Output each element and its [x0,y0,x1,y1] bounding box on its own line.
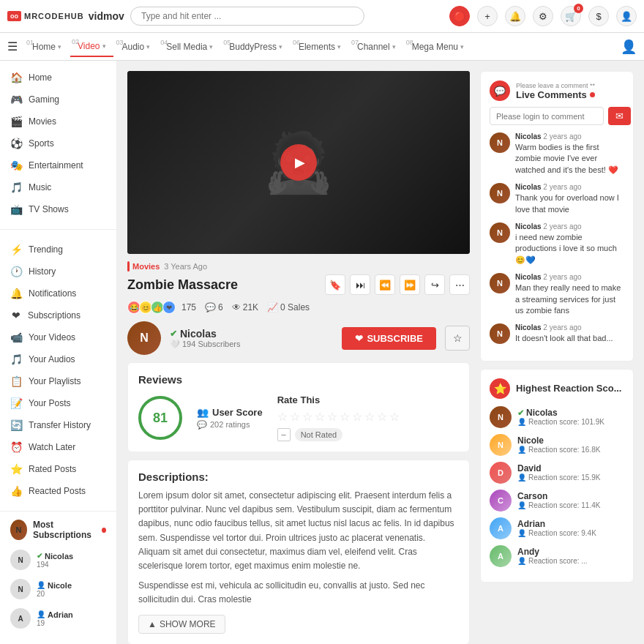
chevron-down-icon: ▾ [209,43,213,50]
sidebar-item-tv-shows[interactable]: 📺 TV Shows [0,198,116,220]
entertainment-icon: 🎭 [10,160,23,171]
reaction-item: A Andy 👤 Reaction score: ... [490,545,624,567]
star-10[interactable]: ☆ [389,410,400,424]
right-sidebar: 💬 Please leave a comment ** Live Comment… [480,71,634,634]
minus-btn[interactable]: − [277,428,291,441]
trending-icon: ⚡ [10,244,23,255]
sidebar-item-music[interactable]: 🎵 Music [0,176,116,198]
sidebar-item-reacted-posts[interactable]: 👍 Reacted Posts [0,480,116,502]
nav-item-audio[interactable]: 03 Audio ▾ [115,37,158,56]
reaction-info: Nicole 👤 Reaction score: 16.8K [517,435,600,454]
chevron-down-icon: ▾ [279,43,282,50]
star-icon-hr: ⭐ [490,378,510,399]
top-bar: oo MRCODEHUB vidmov 🔴 + 🔔 ⚙ 🛒 0 $ 👤 [0,0,644,33]
video-icon: 📹 [10,332,23,343]
history-icon: 🕐 [10,266,23,277]
send-comment-button[interactable]: ✉ [608,107,631,125]
hb-title: Highest Reaction Sco... [516,383,621,394]
settings-btn[interactable]: ⚙ [533,6,553,26]
sidebar-item-your-posts[interactable]: 📝 Your Posts [0,392,116,414]
sidebar-item-your-videos[interactable]: 📹 Your Videos [0,326,116,348]
search-input[interactable] [130,7,364,26]
stars-row[interactable]: ☆ ☆ ☆ ☆ ☆ ☆ ☆ ☆ ☆ ☆ [277,410,459,424]
star-2[interactable]: ☆ [290,410,300,424]
skip-forward-btn[interactable]: ⏭ [350,274,370,295]
star-3[interactable]: ☆ [302,410,312,424]
sidebar-user-nicole[interactable]: N 👤 Nicole 20 [0,574,116,604]
forward-btn[interactable]: ⏩ [400,274,420,295]
sidebar-item-movies[interactable]: 🎬 Movies [0,111,116,132]
sidebar-item-notifications[interactable]: 🔔 Notifications [0,282,116,304]
play-button[interactable] [280,144,317,181]
reaction-item: A Adrian 👤 Reaction score: 9.4K [490,517,624,539]
home-icon: 🏠 [10,72,23,83]
comment-input[interactable] [490,107,604,125]
video-player[interactable]: 🧟 [127,71,470,254]
sidebar-item-watch-later[interactable]: ⏰ Watch Later [0,436,116,458]
channel-info: ✔ Nicolas 🤍 194 Subscribers [170,328,333,349]
lc-title-col: Please leave a comment ** Live Comments [516,82,595,100]
reaction-item: N Nicole 👤 Reaction score: 16.8K [490,434,624,456]
sidebar-item-history[interactable]: 🕐 History [0,261,116,282]
chevron-down-icon: ▾ [102,42,106,50]
star-7[interactable]: ☆ [352,410,362,424]
sidebar-item-entertainment[interactable]: 🎭 Entertainment [0,154,116,176]
nav-item-home[interactable]: 01 Home ▾ [25,37,69,56]
nav-bar: ☰ 01 Home ▾ 02 Video ▾ 03 Audio ▾ 04 Sel… [0,33,644,61]
sidebar-item-your-audios[interactable]: 🎵 Your Audios [0,348,116,370]
user-icon: 👤 [37,581,45,589]
channel-avatar[interactable]: N [127,321,161,355]
share-btn[interactable]: ↪ [424,274,445,295]
nav-item-video[interactable]: 02 Video ▾ [70,37,113,57]
person-icon: 👤 [517,473,526,482]
comment-item: N Nicolas 2 years ago Thank you for over… [490,183,624,215]
nav-item-buddypress[interactable]: 05 BuddyPress ▾ [222,37,290,56]
rewind-btn[interactable]: ⏪ [375,274,395,295]
sidebar-user-adrian[interactable]: A 👤 Adrian 19 [0,604,116,633]
star-5[interactable]: ☆ [327,410,337,424]
user-icon-review: 👥 [197,407,209,418]
cart-btn[interactable]: 🛒 0 [561,6,581,26]
reaction-item: D David 👤 Reaction score: 15.9K [490,462,624,484]
user-avatar-btn[interactable]: 🔴 [449,6,470,26]
notifications-btn[interactable]: 🔔 [505,6,525,26]
nav-user-icon[interactable]: 👤 [621,39,637,55]
add-btn[interactable]: + [477,6,498,26]
comment-body: Nicolas 2 years ago i need new zombie pr… [515,222,624,266]
lc-login-row: ✉ [490,107,624,125]
bookmark-btn[interactable]: 🔖 [325,274,345,295]
subscribe-button[interactable]: ❤ SUBSCRIBE [342,327,436,350]
sidebar-item-gaming[interactable]: 🎮 Gaming [0,89,116,111]
reaction-avatar-carson: C [490,490,512,512]
search-bar[interactable] [130,7,364,26]
nav-item-elements[interactable]: 06 Elements ▾ [291,37,348,56]
main-column: 🧟 Movies 3 Years Ago Zombie Massacre 🔖 ⏭… [127,71,470,634]
favorite-button[interactable]: ☆ [445,326,470,351]
star-6[interactable]: ☆ [340,410,350,424]
star-1[interactable]: ☆ [277,410,288,424]
profile-btn[interactable]: 👤 [616,6,637,26]
sidebar-item-trending[interactable]: ⚡ Trending [0,239,116,261]
show-more-button[interactable]: ▲ SHOW MORE [138,615,225,634]
sidebar-item-subscriptions[interactable]: ❤ Subscriptions [0,304,116,326]
person-icon: 👤 [517,446,526,454]
nav-item-channel[interactable]: 07 Channel ▾ [350,37,403,56]
live-comments-box: 💬 Please leave a comment ** Live Comment… [480,71,634,362]
more-btn[interactable]: ⋯ [449,274,470,295]
sidebar-item-transfer-history[interactable]: 🔄 Transfer History [0,414,116,436]
star-4[interactable]: ☆ [315,410,325,424]
nav-item-mega-menu[interactable]: 08 Mega Menu ▾ [405,37,471,56]
star-9[interactable]: ☆ [377,410,387,424]
sidebar-item-rated-posts[interactable]: ⭐ Rated Posts [0,458,116,480]
sidebar-most-subscriptions[interactable]: N Most Subscriptions [0,514,116,545]
sidebar-item-sports[interactable]: ⚽ Sports [0,132,116,154]
star-8[interactable]: ☆ [364,410,375,424]
wallet-btn[interactable]: $ [588,6,609,26]
sidebar-user-nicolas[interactable]: N ✔ Nicolas 194 [0,545,116,574]
nav-item-sell-media[interactable]: 04 Sell Media ▾ [159,37,220,56]
hamburger-icon[interactable]: ☰ [7,40,18,53]
sidebar: 🏠 Home 🎮 Gaming 🎬 Movies ⚽ Sports 🎭 Ente… [0,61,117,644]
comment-avatar: N [490,323,510,344]
sidebar-item-your-playlists[interactable]: 📋 Your Playlists [0,370,116,392]
sidebar-item-home[interactable]: 🏠 Home [0,67,116,89]
